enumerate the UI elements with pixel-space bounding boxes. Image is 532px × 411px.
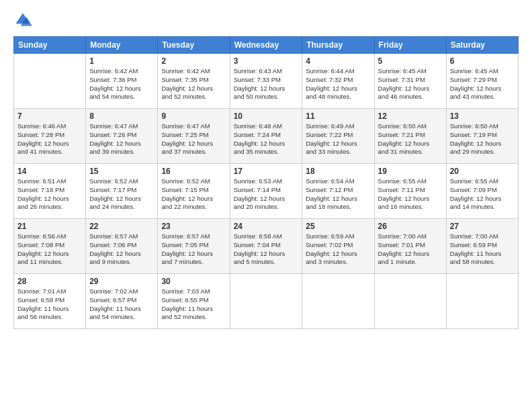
- day-number: 23: [161, 222, 226, 231]
- calendar-week-row: 14Sunrise: 6:51 AM Sunset: 7:18 PM Dayli…: [14, 164, 519, 219]
- day-info: Sunrise: 6:56 AM Sunset: 7:08 PM Dayligh…: [17, 232, 82, 267]
- calendar-cell: 30Sunrise: 7:03 AM Sunset: 6:55 PM Dayli…: [158, 274, 230, 329]
- calendar-week-row: 21Sunrise: 6:56 AM Sunset: 7:08 PM Dayli…: [14, 219, 519, 274]
- calendar-cell: [302, 274, 374, 329]
- day-number: 22: [89, 222, 154, 231]
- calendar-cell: 17Sunrise: 6:53 AM Sunset: 7:14 PM Dayli…: [230, 164, 302, 219]
- calendar-cell: 19Sunrise: 6:55 AM Sunset: 7:11 PM Dayli…: [374, 164, 446, 219]
- day-number: 6: [450, 56, 515, 66]
- calendar-week-row: 7Sunrise: 6:46 AM Sunset: 7:28 PM Daylig…: [14, 109, 519, 164]
- calendar-cell: 10Sunrise: 6:48 AM Sunset: 7:24 PM Dayli…: [230, 109, 302, 164]
- day-number: 16: [161, 167, 226, 176]
- day-info: Sunrise: 6:59 AM Sunset: 7:02 PM Dayligh…: [306, 232, 370, 267]
- calendar-cell: 27Sunrise: 7:00 AM Sunset: 6:59 PM Dayli…: [446, 219, 518, 274]
- day-number: 28: [17, 277, 82, 286]
- day-number: 4: [306, 56, 370, 66]
- calendar-cell: 22Sunrise: 6:57 AM Sunset: 7:06 PM Dayli…: [86, 219, 158, 274]
- calendar-header-thursday: Thursday: [302, 37, 374, 54]
- day-info: Sunrise: 6:45 AM Sunset: 7:31 PM Dayligh…: [378, 67, 443, 101]
- calendar-week-row: 28Sunrise: 7:01 AM Sunset: 6:58 PM Dayli…: [14, 274, 519, 329]
- day-info: Sunrise: 6:55 AM Sunset: 7:11 PM Dayligh…: [378, 177, 443, 212]
- day-info: Sunrise: 6:51 AM Sunset: 7:18 PM Dayligh…: [17, 177, 82, 212]
- calendar-cell: [446, 274, 518, 329]
- day-number: 8: [89, 111, 154, 121]
- day-info: Sunrise: 6:53 AM Sunset: 7:14 PM Dayligh…: [234, 177, 299, 212]
- day-number: 17: [234, 167, 299, 176]
- calendar-week-row: 1Sunrise: 6:42 AM Sunset: 7:36 PM Daylig…: [14, 54, 519, 109]
- calendar-cell: 21Sunrise: 6:56 AM Sunset: 7:08 PM Dayli…: [14, 219, 86, 274]
- day-number: 18: [306, 167, 370, 176]
- calendar-cell: 11Sunrise: 6:49 AM Sunset: 7:22 PM Dayli…: [302, 109, 374, 164]
- day-number: 1: [89, 56, 154, 66]
- calendar-cell: 7Sunrise: 6:46 AM Sunset: 7:28 PM Daylig…: [14, 109, 86, 164]
- calendar-cell: 8Sunrise: 6:47 AM Sunset: 7:26 PM Daylig…: [86, 109, 158, 164]
- calendar-cell: 12Sunrise: 6:50 AM Sunset: 7:21 PM Dayli…: [374, 109, 446, 164]
- day-info: Sunrise: 7:00 AM Sunset: 6:59 PM Dayligh…: [450, 232, 515, 267]
- page-header: [13, 11, 519, 30]
- day-info: Sunrise: 6:47 AM Sunset: 7:25 PM Dayligh…: [161, 122, 226, 156]
- calendar-cell: 2Sunrise: 6:42 AM Sunset: 7:35 PM Daylig…: [158, 54, 230, 109]
- calendar-cell: 9Sunrise: 6:47 AM Sunset: 7:25 PM Daylig…: [158, 109, 230, 164]
- day-info: Sunrise: 6:46 AM Sunset: 7:28 PM Dayligh…: [17, 122, 82, 156]
- logo: [13, 11, 35, 30]
- calendar-cell: 3Sunrise: 6:43 AM Sunset: 7:33 PM Daylig…: [230, 54, 302, 109]
- calendar-header-sunday: Sunday: [14, 37, 86, 54]
- day-info: Sunrise: 6:58 AM Sunset: 7:04 PM Dayligh…: [234, 232, 299, 267]
- day-info: Sunrise: 6:45 AM Sunset: 7:29 PM Dayligh…: [450, 67, 515, 101]
- day-info: Sunrise: 6:43 AM Sunset: 7:33 PM Dayligh…: [234, 67, 299, 101]
- day-info: Sunrise: 6:42 AM Sunset: 7:35 PM Dayligh…: [161, 67, 226, 101]
- calendar-header-monday: Monday: [86, 37, 158, 54]
- day-info: Sunrise: 6:57 AM Sunset: 7:05 PM Dayligh…: [161, 232, 226, 267]
- day-info: Sunrise: 7:00 AM Sunset: 7:01 PM Dayligh…: [378, 232, 443, 267]
- day-number: 19: [378, 167, 443, 176]
- day-info: Sunrise: 6:48 AM Sunset: 7:24 PM Dayligh…: [234, 122, 299, 156]
- day-number: 5: [378, 56, 443, 66]
- day-info: Sunrise: 6:52 AM Sunset: 7:15 PM Dayligh…: [161, 177, 226, 212]
- day-number: 14: [17, 167, 82, 176]
- calendar-header-tuesday: Tuesday: [158, 37, 230, 54]
- day-number: 29: [89, 277, 154, 286]
- calendar-cell: 28Sunrise: 7:01 AM Sunset: 6:58 PM Dayli…: [14, 274, 86, 329]
- day-number: 3: [234, 56, 299, 66]
- day-number: 27: [450, 222, 515, 231]
- day-info: Sunrise: 6:55 AM Sunset: 7:09 PM Dayligh…: [450, 177, 515, 212]
- day-info: Sunrise: 7:02 AM Sunset: 6:57 PM Dayligh…: [89, 287, 154, 322]
- day-number: 9: [161, 111, 226, 121]
- calendar-cell: [230, 274, 302, 329]
- calendar-header-saturday: Saturday: [446, 37, 518, 54]
- day-info: Sunrise: 7:01 AM Sunset: 6:58 PM Dayligh…: [17, 287, 82, 322]
- day-number: 7: [17, 111, 82, 121]
- day-info: Sunrise: 6:57 AM Sunset: 7:06 PM Dayligh…: [89, 232, 154, 267]
- day-number: 26: [378, 222, 443, 231]
- calendar-cell: 23Sunrise: 6:57 AM Sunset: 7:05 PM Dayli…: [158, 219, 230, 274]
- calendar-cell: 24Sunrise: 6:58 AM Sunset: 7:04 PM Dayli…: [230, 219, 302, 274]
- calendar-header-row: SundayMondayTuesdayWednesdayThursdayFrid…: [14, 37, 519, 54]
- calendar-cell: 4Sunrise: 6:44 AM Sunset: 7:32 PM Daylig…: [302, 54, 374, 109]
- day-info: Sunrise: 6:44 AM Sunset: 7:32 PM Dayligh…: [306, 67, 370, 101]
- day-info: Sunrise: 6:52 AM Sunset: 7:17 PM Dayligh…: [89, 177, 154, 212]
- calendar-cell: 20Sunrise: 6:55 AM Sunset: 7:09 PM Dayli…: [446, 164, 518, 219]
- calendar-cell: 15Sunrise: 6:52 AM Sunset: 7:17 PM Dayli…: [86, 164, 158, 219]
- calendar-cell: 14Sunrise: 6:51 AM Sunset: 7:18 PM Dayli…: [14, 164, 86, 219]
- day-info: Sunrise: 6:50 AM Sunset: 7:21 PM Dayligh…: [378, 122, 443, 156]
- day-number: 25: [306, 222, 370, 231]
- calendar-cell: 1Sunrise: 6:42 AM Sunset: 7:36 PM Daylig…: [86, 54, 158, 109]
- calendar-cell: 5Sunrise: 6:45 AM Sunset: 7:31 PM Daylig…: [374, 54, 446, 109]
- day-number: 21: [17, 222, 82, 231]
- calendar-cell: 13Sunrise: 6:50 AM Sunset: 7:19 PM Dayli…: [446, 109, 518, 164]
- calendar-cell: 18Sunrise: 6:54 AM Sunset: 7:12 PM Dayli…: [302, 164, 374, 219]
- day-number: 24: [234, 222, 299, 231]
- calendar-cell: [14, 54, 86, 109]
- day-info: Sunrise: 6:50 AM Sunset: 7:19 PM Dayligh…: [450, 122, 515, 156]
- calendar-cell: [374, 274, 446, 329]
- calendar-header-wednesday: Wednesday: [230, 37, 302, 54]
- day-info: Sunrise: 6:49 AM Sunset: 7:22 PM Dayligh…: [306, 122, 370, 156]
- day-number: 13: [450, 111, 515, 121]
- day-info: Sunrise: 6:47 AM Sunset: 7:26 PM Dayligh…: [89, 122, 154, 156]
- calendar-cell: 29Sunrise: 7:02 AM Sunset: 6:57 PM Dayli…: [86, 274, 158, 329]
- day-number: 12: [378, 111, 443, 121]
- day-number: 15: [89, 167, 154, 176]
- calendar-cell: 16Sunrise: 6:52 AM Sunset: 7:15 PM Dayli…: [158, 164, 230, 219]
- calendar-header-friday: Friday: [374, 37, 446, 54]
- logo-icon: [13, 11, 32, 30]
